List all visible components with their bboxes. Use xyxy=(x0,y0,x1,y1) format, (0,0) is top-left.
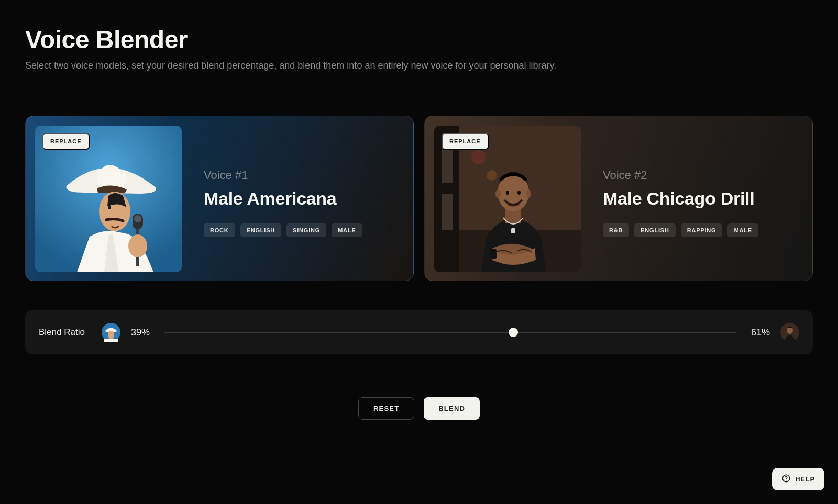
blend-left-percent: 39% xyxy=(131,327,154,338)
svg-rect-9 xyxy=(442,147,453,183)
svg-point-20 xyxy=(517,191,521,195)
voice-1-tags: ROCK ENGLISH SINGING MALE xyxy=(204,223,401,237)
help-icon xyxy=(781,474,791,485)
svg-rect-21 xyxy=(511,228,515,233)
voice-2-tags: R&B ENGLISH RAPPING MALE xyxy=(603,223,800,237)
blend-right-percent: 61% xyxy=(747,327,770,338)
replace-button-voice-2[interactable]: REPLACE xyxy=(442,133,489,150)
tag: MALE xyxy=(727,223,758,237)
svg-point-23 xyxy=(526,189,531,198)
tag: ROCK xyxy=(204,223,235,237)
reset-button[interactable]: RESET xyxy=(358,397,414,420)
voice-2-slot-label: Voice #2 xyxy=(603,169,800,182)
blend-slider-thumb[interactable] xyxy=(509,328,518,337)
svg-point-2 xyxy=(108,205,111,209)
voice-card-1-image: REPLACE xyxy=(35,126,182,272)
tag: ENGLISH xyxy=(634,223,676,237)
tag: ENGLISH xyxy=(240,223,282,237)
voice-1-avatar xyxy=(102,323,120,342)
replace-button-voice-1[interactable]: REPLACE xyxy=(42,133,90,150)
svg-point-13 xyxy=(471,150,486,164)
voice-2-avatar xyxy=(780,323,799,342)
svg-point-19 xyxy=(506,191,509,195)
blend-ratio-label: Blend Ratio xyxy=(39,327,85,338)
svg-point-22 xyxy=(495,189,501,198)
svg-rect-10 xyxy=(442,194,453,230)
voice-1-name: Male Americana xyxy=(204,188,401,209)
svg-rect-16 xyxy=(490,249,497,259)
page-subtitle: Select two voice models, set your desire… xyxy=(25,60,813,86)
svg-rect-26 xyxy=(104,339,118,342)
voice-2-name: Male Chicago Drill xyxy=(603,188,800,209)
svg-point-25 xyxy=(108,331,114,339)
page-title: Voice Blender xyxy=(25,25,813,54)
blend-button[interactable]: BLEND xyxy=(424,397,480,420)
blend-slider[interactable] xyxy=(164,332,736,333)
svg-point-6 xyxy=(128,234,147,257)
voice-card-row: REPLACE Voice #1 Male Americana ROCK ENG… xyxy=(25,116,813,281)
tag: SINGING xyxy=(286,223,326,237)
svg-point-14 xyxy=(487,170,497,181)
voice-card-2: REPLACE Voice #2 Male Chicago Drill R&B … xyxy=(424,116,813,281)
voice-1-slot-label: Voice #1 xyxy=(204,169,401,182)
help-button[interactable]: HELP xyxy=(772,468,824,490)
svg-point-30 xyxy=(786,480,787,480)
tag: RAPPING xyxy=(681,223,723,237)
tag: R&B xyxy=(603,223,629,237)
voice-card-1: REPLACE Voice #1 Male Americana ROCK ENG… xyxy=(25,116,414,281)
tag: MALE xyxy=(332,223,362,237)
svg-rect-4 xyxy=(134,215,141,222)
action-row: RESET BLEND xyxy=(25,397,813,420)
help-label: HELP xyxy=(795,475,815,483)
blend-ratio-bar: Blend Ratio 39% 61% xyxy=(25,310,813,354)
voice-card-2-image: REPLACE xyxy=(434,126,581,272)
